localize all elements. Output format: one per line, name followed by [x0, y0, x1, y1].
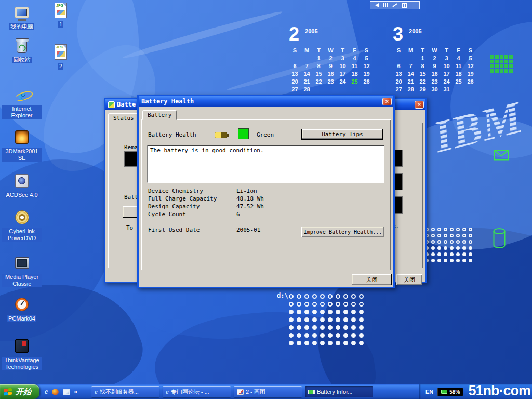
- dot: [320, 317, 325, 322]
- close-button[interactable]: 关闭: [396, 274, 422, 285]
- calendar-day: [289, 55, 301, 61]
- dot: [437, 259, 441, 262]
- desktop-icon-label: Media Player Classic: [2, 274, 42, 287]
- calendar-header: 3 2005: [393, 26, 476, 43]
- desktop-icon-label: 回收站: [12, 57, 32, 63]
- desktop-icon-mpc[interactable]: Media Player Classic: [2, 254, 42, 287]
- green-square: [500, 69, 503, 73]
- calendar-year: 2005: [302, 29, 317, 34]
- close-icon[interactable]: ×: [415, 101, 424, 109]
- calendar-day: 25: [453, 78, 464, 85]
- calendar-grid: SMTWTFS123456789101112131415161718192021…: [289, 47, 373, 92]
- calendar-day: 18: [453, 71, 464, 77]
- start-button[interactable]: 开始: [0, 384, 39, 399]
- calendar-day: [337, 86, 349, 92]
- quicklaunch-overflow-chevron[interactable]: »: [74, 388, 77, 395]
- green-square: [490, 69, 494, 73]
- taskbar-task-button[interactable]: e专门网论坛 - ...: [163, 386, 231, 397]
- green-square: [495, 55, 499, 59]
- calendar-day: 7: [301, 63, 313, 69]
- dot: [437, 228, 441, 231]
- field-label: Full Charge Capacity: [148, 195, 236, 202]
- battery-icon: [308, 390, 315, 394]
- dot: [304, 317, 309, 322]
- desktop-file-jpg[interactable]: JPG 2: [49, 43, 73, 70]
- desktop-file-jpg[interactable]: JPG 1: [49, 1, 73, 28]
- calendar-day: 13: [393, 71, 405, 77]
- calendar-day: 29: [417, 86, 429, 92]
- calendar-day: 27: [393, 86, 405, 92]
- calendar-day: 26: [361, 78, 373, 85]
- dot: [312, 294, 317, 299]
- battery-health-titlebar[interactable]: Battery Health ×: [139, 96, 393, 107]
- desktop-icon-computer[interactable]: 我的电脑: [2, 3, 42, 30]
- calendar-day: 24: [441, 78, 453, 85]
- dot: [456, 246, 460, 250]
- dot: [312, 341, 317, 345]
- improve-battery-health-button[interactable]: Improve Battery Health...: [301, 227, 384, 237]
- dot: [336, 341, 340, 345]
- desktop-icon-3dmark[interactable]: 3DMark2001 SE: [2, 128, 42, 162]
- dot: [359, 317, 364, 322]
- calendar-day: 21: [301, 78, 313, 85]
- tab-battery[interactable]: Battery: [142, 110, 177, 120]
- dot: [462, 259, 466, 262]
- dot: [328, 294, 332, 299]
- dot: [444, 259, 447, 262]
- taskbar-task-button[interactable]: 2 - 画图: [234, 386, 302, 397]
- desktop-icon-powerdvd[interactable]: CyberLink PowerDVD: [2, 208, 42, 242]
- calendar-day: 23: [429, 78, 441, 85]
- dot: [289, 333, 294, 338]
- calendar-day: 28: [405, 86, 417, 92]
- tray-battery-indicator[interactable]: 58%: [437, 388, 463, 396]
- battery-field-row: Cycle Count6: [148, 211, 382, 219]
- calendar-day: 17: [337, 71, 349, 77]
- calendar-day-header: F: [453, 47, 464, 54]
- dot: [437, 252, 441, 256]
- dot: [444, 228, 447, 231]
- taskbar-task-button[interactable]: Battery Infor...: [305, 386, 373, 397]
- green-square: [504, 60, 508, 63]
- dot: [312, 333, 317, 338]
- computer-icon: [13, 3, 31, 22]
- speaker-icon: [375, 3, 379, 7]
- language-indicator[interactable]: EN: [425, 389, 433, 395]
- calendar-day: 19: [464, 71, 476, 77]
- desktop-icon-ie[interactable]: e Internet Explorer: [2, 85, 42, 119]
- window-title: Batte: [117, 101, 136, 108]
- media-player-icon[interactable]: [52, 389, 59, 395]
- calendar-day: 14: [301, 71, 313, 77]
- calendar-day: 22: [417, 78, 429, 85]
- green-square: [495, 69, 499, 73]
- calendar-day: 1: [417, 55, 429, 61]
- battery-field-row: Device ChemistryLi-Ion: [148, 188, 382, 195]
- show-desktop-icon[interactable]: [63, 389, 70, 395]
- improve-button-label: Improve Battery Health...: [304, 229, 382, 235]
- calendar-day: [301, 55, 313, 61]
- calendar-day: 2: [429, 55, 441, 61]
- desktop-icon-pcmark[interactable]: PCMark04: [2, 295, 42, 322]
- ie-icon[interactable]: e: [45, 388, 48, 396]
- calendar-day: 15: [313, 71, 325, 77]
- dot: [450, 252, 454, 256]
- close-icon[interactable]: ×: [382, 98, 392, 105]
- grid-icon: [402, 3, 407, 8]
- desktop-icon-thinkvantage[interactable]: ThinkVantage Technologies: [2, 337, 42, 370]
- calendar-day: [361, 86, 373, 92]
- close-button[interactable]: 关闭: [352, 274, 392, 285]
- dot: [351, 341, 356, 345]
- calendar-day: 4: [453, 55, 464, 61]
- calendar-day-header: T: [337, 47, 349, 54]
- battery-tips-label: Battery Tips: [322, 131, 363, 138]
- green-square: [504, 64, 508, 68]
- taskbar-task-button[interactable]: e找不到服务器...: [91, 386, 159, 397]
- calendar-day: 1: [313, 55, 325, 61]
- dot: [444, 246, 447, 250]
- calendar-day: 3: [441, 55, 453, 61]
- calendar-day: 9: [429, 63, 441, 69]
- calendar-day: 9: [325, 63, 337, 69]
- tab-status[interactable]: Status: [108, 113, 139, 123]
- desktop-icon-recycle[interactable]: 回收站: [2, 36, 42, 63]
- battery-tips-button[interactable]: Battery Tips: [301, 129, 383, 140]
- desktop-icon-acdsee[interactable]: ACDSee 4.0: [2, 171, 42, 198]
